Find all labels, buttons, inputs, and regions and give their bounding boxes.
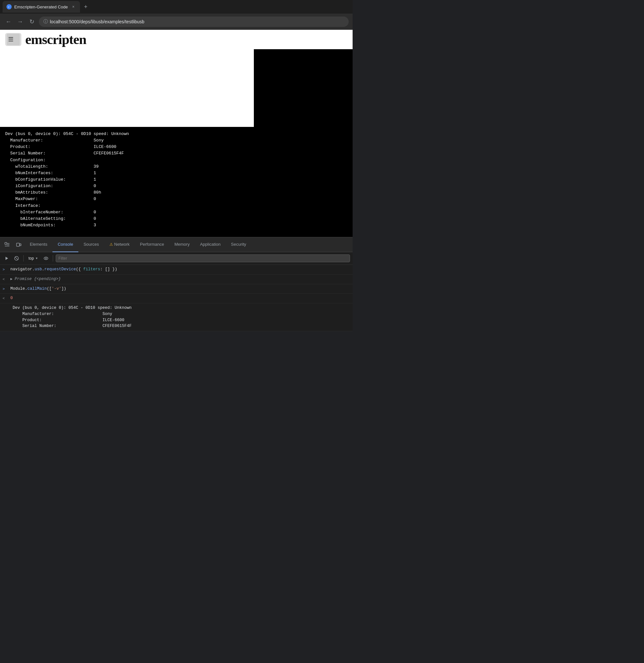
svg-rect-4 (5, 243, 7, 245)
forward-button[interactable]: → (16, 17, 25, 26)
devtools-panel: Elements Console Sources ⚠ Network Perfo… (0, 237, 352, 331)
console-promise: ▶ Promise {<pending>} (10, 276, 61, 282)
tab-close-button[interactable]: × (70, 4, 76, 10)
output-arrow-2: < (3, 296, 9, 301)
svg-point-14 (45, 258, 47, 259)
console-output-line-1: < ▶ Promise {<pending>} (0, 275, 352, 284)
tab-sources[interactable]: Sources (78, 237, 104, 252)
console-input-line-1: > navigator.usb.requestDevice({ filters:… (0, 265, 352, 275)
toolbar-separator-1 (23, 255, 24, 261)
dropdown-arrow-icon: ▼ (35, 257, 38, 260)
console-device-line-4: Serial Number: CFEFE0615F4F (3, 323, 132, 329)
tab-favicon: e (6, 4, 12, 9)
console-output-area: > navigator.usb.requestDevice({ filters:… (0, 265, 352, 331)
tab-title: Emscripten-Generated Code (14, 4, 68, 9)
tab-application[interactable]: Application (195, 237, 226, 252)
address-bar[interactable]: ⓘ localhost:5000/deps/libusb/examples/te… (39, 17, 349, 27)
emscripten-logo: ☰ (5, 33, 21, 46)
emscripten-header: ☰ emscripten (0, 30, 352, 49)
filter-input[interactable] (56, 254, 350, 262)
top-label: top (28, 256, 34, 260)
info-icon: ⓘ (43, 19, 48, 25)
console-toolbar: top ▼ (0, 252, 352, 265)
address-bar-row: ← → ↻ ⓘ localhost:5000/deps/libusb/examp… (0, 14, 352, 30)
console-device-line-3: Product: ILCE-6600 (3, 317, 124, 323)
active-tab[interactable]: e Emscripten-Generated Code × (3, 1, 80, 13)
new-tab-button[interactable]: + (81, 2, 90, 12)
eye-button[interactable] (42, 254, 50, 262)
tab-network[interactable]: ⚠ Network (104, 237, 135, 252)
network-warning-icon: ⚠ (110, 242, 113, 247)
svg-text:e: e (8, 6, 9, 8)
svg-line-12 (15, 257, 18, 260)
context-selector[interactable]: top ▼ (26, 255, 41, 261)
page-area (0, 49, 352, 127)
console-device-line-1: Dev (bus 0, device 0): 054C - 0D10 speed… (3, 305, 132, 311)
toolbar-separator-2 (53, 255, 53, 261)
console-device-info: Dev (bus 0, device 0): 054C - 0D10 speed… (0, 303, 352, 331)
terminal-line-1: Dev (bus 0, device 0): 054C - 0D10 speed… (5, 132, 129, 228)
emscripten-title: emscripten (25, 32, 86, 47)
console-code-2: Module.callMain(['-v']) (10, 286, 66, 292)
output-arrow-1: < (3, 277, 9, 282)
stop-button[interactable] (12, 254, 21, 262)
run-script-button[interactable] (3, 254, 11, 262)
tab-elements[interactable]: Elements (25, 237, 52, 252)
device-toolbar-button[interactable] (14, 239, 24, 250)
svg-text:☰: ☰ (8, 36, 13, 43)
reload-button[interactable]: ↻ (27, 17, 36, 26)
inspect-element-button[interactable] (2, 239, 12, 250)
page-black-area (254, 49, 352, 127)
console-code-1: navigator.usb.requestDevice({ filters: [… (10, 267, 117, 273)
page-canvas (0, 49, 254, 127)
devtools-tab-bar: Elements Console Sources ⚠ Network Perfo… (0, 237, 352, 252)
return-value: 0 (10, 295, 13, 301)
back-button[interactable]: ← (4, 17, 13, 26)
tab-performance[interactable]: Performance (135, 237, 169, 252)
url-text: localhost:5000/deps/libusb/examples/test… (50, 19, 144, 24)
console-output-line-2: < 0 (0, 294, 352, 303)
console-input-line-2: > Module.callMain(['-v']) (0, 284, 352, 294)
console-device-line-2: Manufacturer: Sony (3, 311, 112, 317)
svg-rect-9 (20, 244, 21, 246)
input-arrow-2: > (3, 287, 9, 292)
browser-chrome: e Emscripten-Generated Code × + ← → ↻ ⓘ … (0, 0, 352, 30)
tab-bar: e Emscripten-Generated Code × + (0, 0, 352, 14)
svg-rect-8 (17, 243, 19, 246)
tab-console[interactable]: Console (52, 237, 78, 252)
tab-security[interactable]: Security (226, 237, 251, 252)
input-arrow-1: > (3, 267, 9, 273)
tab-memory[interactable]: Memory (169, 237, 195, 252)
svg-marker-10 (5, 257, 8, 260)
terminal-output: Dev (bus 0, device 0): 054C - 0D10 speed… (0, 127, 352, 237)
